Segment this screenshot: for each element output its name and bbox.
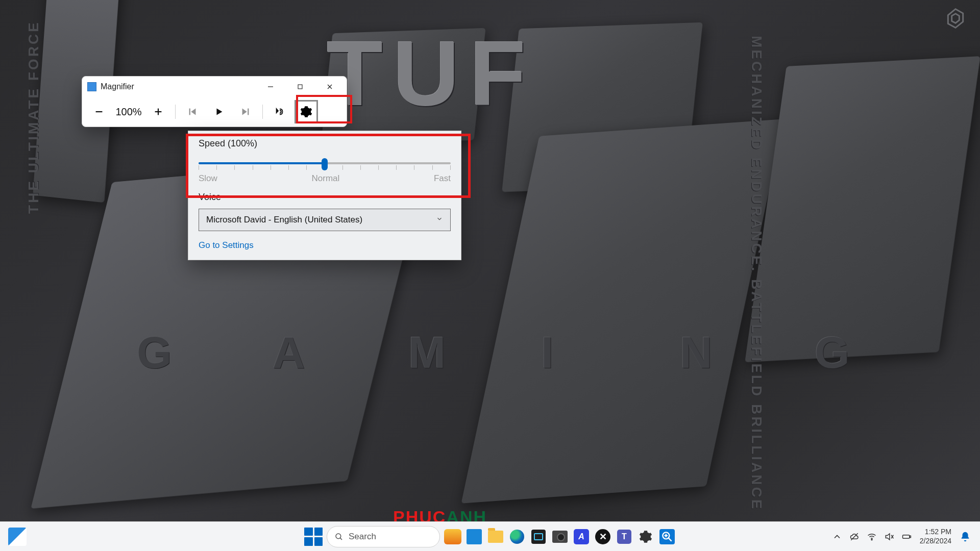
- clock-time: 1:52 PM: [920, 528, 951, 537]
- title-bar[interactable]: Magnifier: [82, 77, 347, 97]
- taskbar-armoury-crate-icon[interactable]: A: [573, 528, 590, 545]
- taskbar-file-explorer-icon[interactable]: [487, 528, 504, 545]
- taskbar-teams-icon[interactable]: T: [616, 528, 633, 545]
- tray-chevron-up-icon[interactable]: [832, 532, 842, 542]
- start-button[interactable]: [304, 528, 323, 546]
- tray-battery-icon[interactable]: [901, 532, 912, 542]
- tray-wifi-icon[interactable]: [867, 532, 877, 542]
- chevron-down-icon: [436, 215, 443, 225]
- minimize-button[interactable]: [256, 77, 285, 96]
- taskbar-clock[interactable]: 1:52 PM 2/28/2024: [920, 528, 951, 545]
- toolbar-divider: [262, 105, 263, 119]
- read-from-here-button[interactable]: [268, 100, 291, 123]
- voice-label: Voice: [199, 192, 451, 203]
- wallpaper-side-text-left: THE ULTIMATE FORCE: [26, 20, 42, 214]
- reading-settings-button[interactable]: [295, 100, 318, 123]
- tray-volume-icon[interactable]: [884, 532, 894, 542]
- svg-rect-8: [248, 109, 249, 115]
- svg-rect-19: [902, 535, 909, 538]
- window-title: Magnifier: [101, 82, 256, 91]
- svg-line-10: [340, 538, 342, 540]
- reading-settings-flyout: Speed (100%) Slow Normal Fast Voice Micr…: [188, 131, 461, 260]
- notifications-button[interactable]: [960, 531, 971, 542]
- system-tray[interactable]: [832, 532, 912, 542]
- tuf-hex-icon: [944, 7, 967, 30]
- toolbar-divider: [175, 105, 176, 119]
- svg-point-9: [336, 534, 341, 539]
- slider-label-slow: Slow: [199, 173, 217, 184]
- slider-label-fast: Fast: [434, 173, 451, 184]
- magnifier-app-icon: [87, 82, 96, 91]
- play-button[interactable]: [207, 100, 231, 123]
- taskbar-xbox-icon[interactable]: ✕: [594, 528, 611, 545]
- svg-rect-20: [910, 536, 911, 537]
- search-icon: [334, 532, 344, 541]
- magnifier-window[interactable]: Magnifier 100%: [82, 76, 347, 127]
- widgets-button[interactable]: [8, 528, 27, 546]
- taskbar-magnifier-icon[interactable]: [658, 528, 676, 545]
- clock-date: 2/28/2024: [920, 537, 951, 546]
- wallpaper-letter: N: [680, 327, 713, 379]
- taskbar-weather-icon[interactable]: [444, 528, 461, 545]
- taskbar-settings-icon[interactable]: [637, 528, 654, 545]
- wallpaper-letter: M: [408, 327, 446, 379]
- svg-rect-7: [189, 109, 190, 115]
- desktop: TUF G A M I N G THE ULTIMATE FORCE MECHA…: [0, 0, 980, 551]
- taskbar-camera-icon[interactable]: [551, 528, 569, 545]
- search-placeholder: Search: [349, 532, 376, 542]
- zoom-level: 100%: [114, 106, 143, 118]
- wallpaper-letter: I: [541, 327, 553, 379]
- magnifier-toolbar: 100%: [82, 97, 347, 127]
- close-button[interactable]: [315, 77, 345, 96]
- svg-rect-1: [298, 85, 302, 89]
- wallpaper-letter: G: [137, 327, 172, 379]
- taskbar-edge-icon[interactable]: [508, 528, 526, 545]
- maximize-button[interactable]: [285, 77, 315, 96]
- wallpaper-letter: A: [273, 327, 305, 379]
- wallpaper-panel: [745, 56, 980, 362]
- slider-label-normal: Normal: [312, 173, 340, 184]
- next-sentence-button[interactable]: [234, 100, 257, 123]
- wallpaper-letter: G: [815, 327, 849, 379]
- taskbar-search[interactable]: Search: [327, 526, 440, 547]
- zoom-in-button[interactable]: [146, 100, 170, 123]
- previous-sentence-button[interactable]: [181, 100, 204, 123]
- wallpaper-tuf-text: TUF: [327, 20, 536, 126]
- tray-onedrive-icon[interactable]: [849, 532, 860, 542]
- zoom-out-button[interactable]: [87, 100, 111, 123]
- taskbar-store-icon[interactable]: [530, 528, 547, 545]
- svg-point-16: [871, 539, 872, 540]
- go-to-settings-link[interactable]: Go to Settings: [199, 240, 254, 251]
- voice-selected-value: Microsoft David - English (United States…: [206, 215, 362, 225]
- slider-thumb[interactable]: [322, 158, 328, 170]
- taskbar-pinned-app[interactable]: [465, 528, 483, 545]
- taskbar[interactable]: Search A ✕ T 1:52 PM 2/28/2: [0, 521, 980, 551]
- speed-slider[interactable]: [199, 155, 451, 172]
- voice-dropdown[interactable]: Microsoft David - English (United States…: [199, 209, 451, 231]
- svg-line-12: [669, 538, 672, 541]
- wallpaper-side-text-right: MECHANIZED ENDURANCE. BATTLEFIELD BRILLI…: [748, 36, 765, 511]
- speed-label: Speed (100%): [199, 138, 451, 149]
